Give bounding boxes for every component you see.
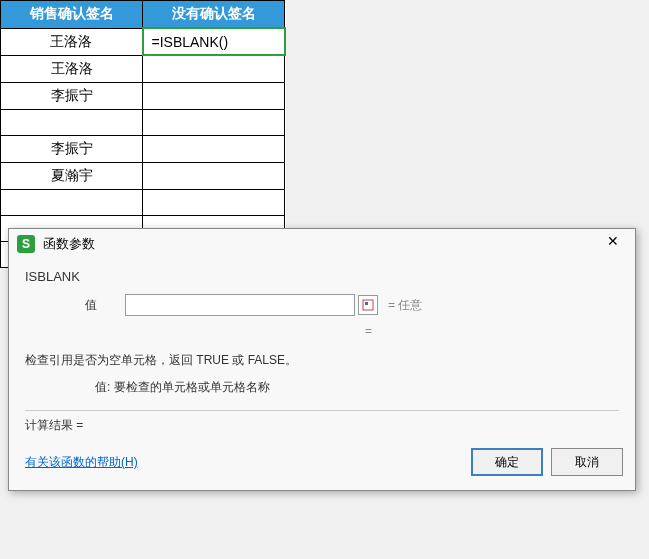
cell[interactable] xyxy=(143,135,285,162)
function-description: 检查引用是否为空单元格，返回 TRUE 或 FALSE。 xyxy=(25,352,619,369)
calculation-result: 计算结果 = xyxy=(25,417,619,434)
svg-rect-1 xyxy=(365,302,368,305)
function-arguments-dialog: S 函数参数 ✕ ISBLANK 值 = 任意 = 检查引用是否为空单元格，返回… xyxy=(8,228,636,491)
function-name: ISBLANK xyxy=(25,269,619,284)
cell[interactable] xyxy=(143,55,285,82)
close-button[interactable]: ✕ xyxy=(599,233,627,255)
range-selector-icon xyxy=(362,299,374,311)
table-row[interactable]: 夏瀚宇 xyxy=(1,162,285,189)
range-selector-button[interactable] xyxy=(358,295,378,315)
column-header-2[interactable]: 没有确认签名 xyxy=(143,1,285,29)
table-row[interactable]: 王洛洛 =ISBLANK() xyxy=(1,28,285,55)
editing-cell[interactable]: =ISBLANK() xyxy=(143,28,285,55)
cell[interactable] xyxy=(1,109,143,135)
formula-result-equals: = xyxy=(25,324,619,338)
param-preview: = 任意 xyxy=(388,297,422,314)
cell[interactable]: 李振宁 xyxy=(1,82,143,109)
divider xyxy=(25,410,619,411)
column-header-1[interactable]: 销售确认签名 xyxy=(1,1,143,29)
cell[interactable] xyxy=(143,189,285,215)
param-input[interactable] xyxy=(125,294,355,316)
dialog-titlebar[interactable]: S 函数参数 ✕ xyxy=(9,229,635,259)
argument-description: 值: 要检查的单元格或单元格名称 xyxy=(25,379,619,396)
cell[interactable] xyxy=(143,82,285,109)
table-row[interactable]: 李振宁 xyxy=(1,135,285,162)
table-row[interactable] xyxy=(1,189,285,215)
close-icon: ✕ xyxy=(607,233,619,249)
table-row[interactable] xyxy=(1,109,285,135)
param-label: 值 xyxy=(85,297,125,314)
dialog-title: 函数参数 xyxy=(43,235,599,253)
cell[interactable]: 王洛洛 xyxy=(1,55,143,82)
ok-button[interactable]: 确定 xyxy=(471,448,543,476)
cell[interactable]: 夏瀚宇 xyxy=(1,162,143,189)
table-row[interactable]: 王洛洛 xyxy=(1,55,285,82)
cell[interactable] xyxy=(1,189,143,215)
cell[interactable]: 王洛洛 xyxy=(1,28,143,55)
cell[interactable] xyxy=(143,109,285,135)
table-row[interactable]: 李振宁 xyxy=(1,82,285,109)
cell[interactable] xyxy=(143,162,285,189)
help-link[interactable]: 有关该函数的帮助(H) xyxy=(25,454,463,471)
cancel-button[interactable]: 取消 xyxy=(551,448,623,476)
cell[interactable]: 李振宁 xyxy=(1,135,143,162)
app-icon: S xyxy=(17,235,35,253)
